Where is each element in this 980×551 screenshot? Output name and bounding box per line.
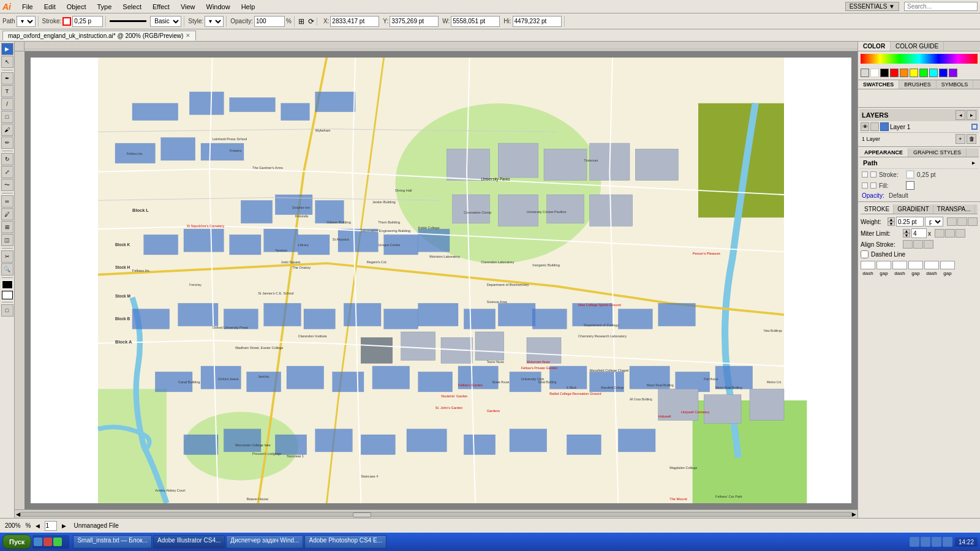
weight-spinner[interactable]: ▲ ▼ — [888, 217, 895, 226]
tool-direct-select[interactable]: ↖ — [1, 56, 13, 68]
tab-graphic-styles[interactable]: GRAPHIC STYLES — [908, 148, 967, 157]
essentials-button[interactable]: ESSENTIALS ▼ — [845, 2, 899, 11]
delete-layer-btn[interactable]: 🗑 — [967, 134, 976, 144]
scroll-track-h[interactable] — [20, 512, 852, 517]
tab-close-button[interactable]: ✕ — [186, 32, 190, 39]
tab-swatches[interactable]: SWATCHES — [858, 80, 899, 89]
scroll-left-btn[interactable]: ◀ — [16, 511, 20, 517]
tab-stroke[interactable]: STROKE — [861, 204, 894, 214]
taskbar-task-manager[interactable]: Диспетчер задач Wind... — [226, 535, 303, 549]
menu-object[interactable]: Object — [62, 2, 91, 12]
tab-symbols[interactable]: SYMBOLS — [937, 80, 974, 89]
menu-help[interactable]: Help — [236, 2, 260, 12]
weight-down-btn[interactable]: ▼ — [888, 222, 895, 226]
stroke-color[interactable] — [2, 291, 13, 299]
tab-transparency[interactable]: TRANSPA... — [933, 204, 975, 214]
tool-eyedropper[interactable]: 🖊 — [1, 208, 13, 220]
tool-rotate[interactable]: ↻ — [1, 153, 13, 165]
scroll-thumb-h[interactable] — [353, 512, 371, 517]
tab-brushes[interactable]: BRUSHES — [899, 80, 937, 89]
miter-spinner[interactable]: ▲ ▼ — [903, 229, 910, 238]
join-bevel[interactable] — [956, 229, 965, 238]
menu-file[interactable]: File — [17, 2, 38, 12]
menu-effect[interactable]: Effect — [148, 2, 175, 12]
layer-visibility[interactable]: 👁 — [861, 122, 869, 131]
tool-scissors[interactable]: ✂ — [1, 250, 13, 263]
miter-down-btn[interactable]: ▼ — [903, 233, 910, 238]
tool-select[interactable]: ▶ — [1, 43, 13, 55]
color-spectrum[interactable] — [861, 54, 978, 64]
tool-gradient[interactable]: ◫ — [1, 234, 13, 246]
path-select[interactable]: ▾ — [17, 16, 36, 27]
stroke-color-box[interactable] — [62, 17, 71, 26]
document-tab[interactable]: map_oxford_england_uk_instruction.ai* @ … — [2, 31, 196, 40]
h-input[interactable] — [513, 16, 562, 27]
icon-transform[interactable]: ⟳ — [308, 17, 314, 26]
menu-type[interactable]: Type — [92, 2, 117, 12]
swatch-black[interactable] — [880, 69, 889, 77]
stroke-value[interactable] — [72, 16, 103, 27]
tab-color[interactable]: COLOR — [858, 42, 891, 51]
tool-scale[interactable]: ⤢ — [1, 166, 13, 178]
gap-input-2[interactable] — [908, 261, 923, 269]
menu-view[interactable]: View — [176, 2, 200, 12]
taskbar-notepad[interactable]: Small_instra.txt — Блок... — [73, 535, 152, 549]
swatch-cyan[interactable] — [929, 69, 938, 77]
taskbar-photoshop[interactable]: Adobe Photoshop CS4 E... — [304, 535, 386, 549]
tool-warp[interactable]: 〜 — [1, 179, 13, 191]
tool-pen[interactable]: ✒ — [1, 72, 13, 84]
x-input[interactable] — [330, 16, 379, 27]
tool-paintbrush[interactable]: 🖌 — [1, 124, 13, 136]
appearance-visibility-stroke[interactable] — [862, 171, 868, 178]
style-select[interactable]: ▾ — [205, 16, 224, 27]
appearance-target-fill[interactable] — [870, 182, 876, 189]
join-round[interactable] — [945, 229, 955, 238]
swatch-white[interactable] — [870, 69, 879, 77]
swatch-yellow[interactable] — [910, 69, 918, 77]
tab-appearance[interactable]: APPEARANCE — [859, 148, 908, 157]
layers-expand-btn[interactable]: ▸ — [967, 110, 976, 120]
align-inside[interactable] — [913, 240, 923, 249]
scrollbar-horizontal[interactable]: ◀ ▶ — [15, 509, 858, 518]
opacity-input[interactable] — [254, 16, 285, 27]
layer-1-name[interactable]: Layer 1 — [890, 124, 970, 130]
ql-icon-3[interactable] — [53, 538, 62, 546]
path-expand-arrow[interactable]: ▸ — [972, 160, 975, 166]
dash-input-1[interactable] — [861, 261, 875, 269]
swatch-orange[interactable] — [900, 69, 908, 77]
align-center[interactable] — [903, 240, 913, 249]
swatch-red[interactable] — [890, 69, 899, 77]
tool-screen-mode[interactable]: □ — [1, 304, 13, 317]
menu-select[interactable]: Select — [118, 2, 146, 12]
layers-collapse-btn[interactable]: ◂ — [956, 110, 965, 120]
menu-edit[interactable]: Edit — [39, 2, 61, 12]
cap-square[interactable] — [968, 217, 978, 226]
search-input[interactable] — [904, 2, 978, 11]
icon-align[interactable]: ⊞ — [298, 17, 304, 26]
swatch-purple[interactable] — [949, 69, 957, 77]
tool-pencil[interactable]: ✏ — [1, 137, 13, 149]
dashed-checkbox[interactable] — [861, 250, 869, 258]
gap-input-1[interactable] — [876, 261, 891, 269]
ql-icon-1[interactable] — [34, 538, 42, 546]
weight-unit-select[interactable]: pt — [925, 217, 943, 227]
tray-icon-volume[interactable] — [943, 537, 952, 547]
ql-icon-2[interactable] — [43, 538, 52, 546]
tool-blend[interactable]: ∞ — [1, 195, 13, 208]
fill-color[interactable] — [2, 280, 13, 289]
fill-color-display[interactable] — [906, 181, 914, 190]
start-button[interactable]: Пуск — [2, 534, 31, 549]
align-outside[interactable] — [924, 240, 933, 249]
miter-input[interactable] — [911, 228, 927, 238]
page-input[interactable] — [45, 521, 57, 531]
swatch-blue[interactable] — [939, 69, 948, 77]
appearance-visibility-fill[interactable] — [862, 182, 868, 189]
tool-zoom[interactable]: 🔍 — [1, 263, 13, 276]
stroke-color-display[interactable] — [906, 170, 914, 179]
swatch-none[interactable] — [861, 69, 869, 77]
cap-round[interactable] — [957, 217, 967, 226]
weight-input[interactable] — [896, 217, 924, 227]
tool-type[interactable]: T — [1, 85, 13, 97]
cap-butt[interactable] — [947, 217, 957, 226]
appearance-target-stroke[interactable] — [870, 171, 876, 178]
